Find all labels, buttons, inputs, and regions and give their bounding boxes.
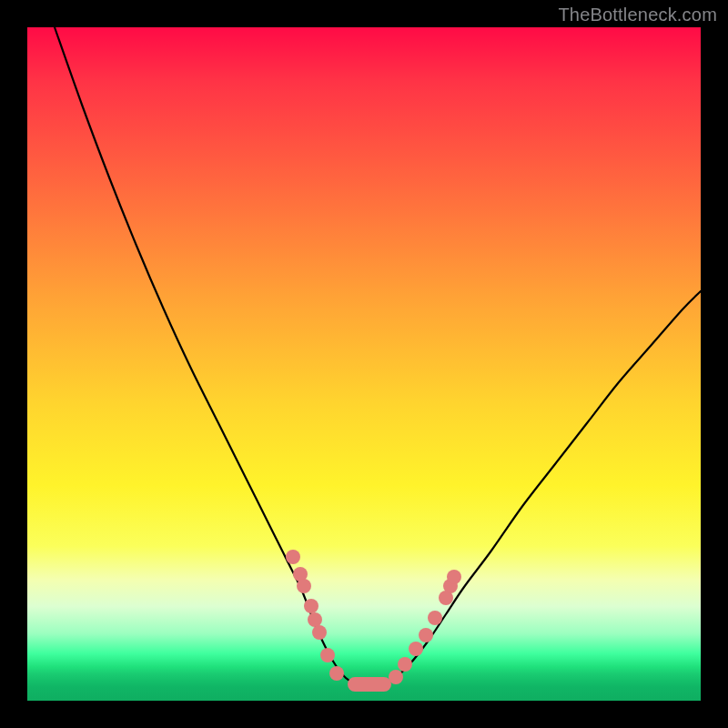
marker-bottom-pill xyxy=(348,677,391,692)
bottleneck-curve xyxy=(55,27,701,685)
curve-marker xyxy=(409,642,423,656)
curve-marker xyxy=(320,648,335,662)
curve-marker xyxy=(286,550,300,564)
curve-marker xyxy=(428,611,442,625)
markers-right-branch xyxy=(389,570,461,684)
curve-marker xyxy=(329,666,344,681)
curve-marker xyxy=(447,570,461,584)
curve-marker xyxy=(419,628,433,642)
watermark-text: TheBottleneck.com xyxy=(558,5,717,25)
bottleneck-curve-svg xyxy=(27,27,701,701)
markers-left-branch xyxy=(286,550,344,681)
curve-marker xyxy=(304,599,318,613)
plot-area xyxy=(27,27,701,701)
chart-frame: TheBottleneck.com xyxy=(0,0,728,728)
curve-marker xyxy=(297,579,311,593)
curve-marker xyxy=(398,657,412,672)
curve-marker xyxy=(308,612,322,627)
curve-marker xyxy=(312,625,327,640)
